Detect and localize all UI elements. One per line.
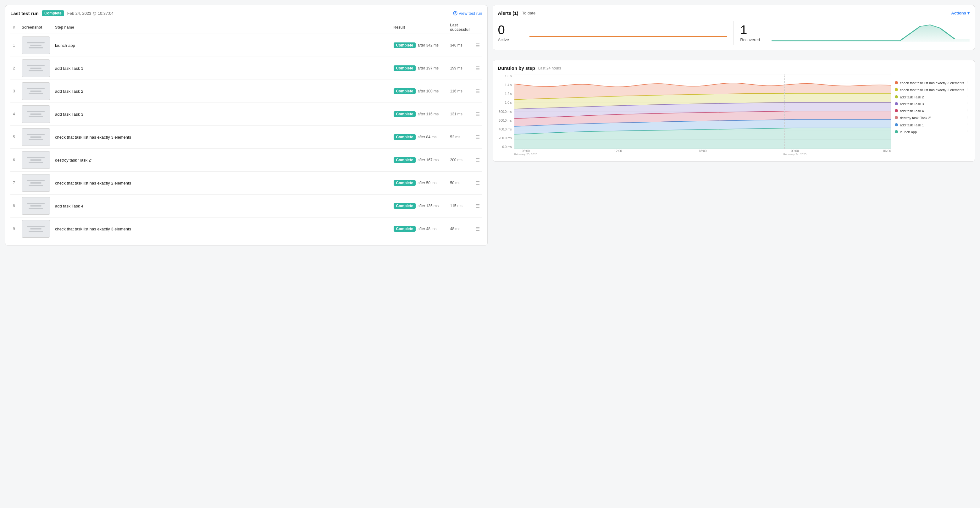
panel-title: Last test run	[10, 11, 39, 16]
log-icon[interactable]: ☰	[476, 135, 480, 140]
active-metric: 0 Active	[498, 21, 530, 44]
step-result: Complete after 116 ms	[391, 103, 448, 126]
log-icon[interactable]: ☰	[476, 226, 480, 232]
log-icon[interactable]: ☰	[476, 181, 480, 186]
table-row: 3 add task Task 2 Complete after 100 ms …	[10, 80, 482, 103]
step-num: 7	[10, 171, 19, 195]
last-successful: 52 ms	[448, 126, 473, 149]
step-screenshot[interactable]	[19, 34, 52, 57]
legend-item: add task Task 2 ⋮	[895, 95, 970, 99]
legend-more-icon[interactable]: ⋮	[966, 81, 970, 85]
screenshot-thumb[interactable]	[22, 174, 50, 192]
recovered-count: 1	[740, 24, 765, 36]
duration-header: Duration by step Last 24 hours	[498, 65, 970, 71]
screenshot-thumb[interactable]	[22, 37, 50, 54]
legend-more-icon[interactable]: ⋮	[966, 116, 970, 120]
legend-dot	[895, 95, 898, 98]
step-screenshot[interactable]	[19, 126, 52, 149]
log-icon[interactable]: ☰	[476, 111, 480, 117]
step-name: destroy task 'Task 2'	[52, 149, 391, 171]
step-screenshot[interactable]	[19, 171, 52, 195]
table-row: 2 add task Task 1 Complete after 197 ms …	[10, 57, 482, 80]
screenshot-thumb[interactable]	[22, 59, 50, 77]
legend-text: add task Task 1	[900, 123, 924, 127]
screenshot-thumb[interactable]	[22, 83, 50, 100]
legend-item: check that task list has exactly 2 eleme…	[895, 88, 970, 92]
x-axis: 06:00 February 23, 2023 12:00 18:00 00:0…	[514, 149, 891, 156]
view-test-run-link[interactable]: View test run	[453, 11, 482, 16]
log-icon[interactable]: ☰	[476, 66, 480, 71]
legend-item: add task Task 1 ⋮	[895, 123, 970, 127]
legend-more-icon[interactable]: ⋮	[966, 130, 970, 134]
log-icon-cell[interactable]: ☰	[473, 217, 482, 240]
legend-text: add task Task 2	[900, 95, 924, 99]
log-icon-cell[interactable]: ☰	[473, 103, 482, 126]
screenshot-thumb[interactable]	[22, 220, 50, 238]
legend-more-icon[interactable]: ⋮	[966, 95, 970, 99]
step-screenshot[interactable]	[19, 103, 52, 126]
status-badge: Complete	[42, 10, 64, 16]
log-icon-cell[interactable]: ☰	[473, 195, 482, 217]
log-icon[interactable]: ☰	[476, 157, 480, 163]
active-count: 0	[498, 24, 523, 36]
last-successful: 116 ms	[448, 80, 473, 103]
step-screenshot[interactable]	[19, 57, 52, 80]
step-screenshot[interactable]	[19, 195, 52, 217]
table-row: 1 launch app Complete after 342 ms 346 m…	[10, 34, 482, 57]
log-icon-cell[interactable]: ☰	[473, 34, 482, 57]
legend-more-icon[interactable]: ⋮	[966, 109, 970, 113]
step-screenshot[interactable]	[19, 217, 52, 240]
last-successful: 48 ms	[448, 217, 473, 240]
legend-more-icon[interactable]: ⋮	[966, 88, 970, 92]
last-successful: 200 ms	[448, 149, 473, 171]
step-screenshot[interactable]	[19, 80, 52, 103]
step-num: 2	[10, 57, 19, 80]
run-header: Last test run Complete Feb 24, 2023 @ 10…	[10, 10, 482, 16]
after-time: after 135 ms	[418, 204, 439, 208]
table-row: 5 check that task list has exactly 3 ele…	[10, 126, 482, 149]
step-result: Complete after 342 ms	[391, 34, 448, 57]
result-badge: Complete	[394, 65, 416, 71]
chart-container: 1.6 s 1.4 s 1.2 s 1.0 s 800.0 ms 600.0 m…	[498, 75, 970, 156]
result-badge: Complete	[394, 226, 416, 232]
step-screenshot[interactable]	[19, 149, 52, 171]
actions-button[interactable]: Actions ▾	[951, 11, 970, 16]
duration-subtitle: Last 24 hours	[538, 66, 561, 70]
screenshot-thumb[interactable]	[22, 105, 50, 123]
log-icon-cell[interactable]: ☰	[473, 149, 482, 171]
screenshot-thumb[interactable]	[22, 128, 50, 146]
log-icon-cell[interactable]: ☰	[473, 57, 482, 80]
legend-item: add task Task 3 ⋮	[895, 102, 970, 106]
screenshot-thumb[interactable]	[22, 151, 50, 169]
alerts-title: Alerts (1)	[498, 10, 519, 16]
step-num: 1	[10, 34, 19, 57]
screenshot-thumb[interactable]	[22, 197, 50, 215]
log-icon[interactable]: ☰	[476, 203, 480, 209]
legend-more-icon[interactable]: ⋮	[966, 102, 970, 106]
chart-svg-container	[514, 75, 891, 149]
log-icon-cell[interactable]: ☰	[473, 80, 482, 103]
result-badge: Complete	[394, 157, 416, 163]
log-icon-cell[interactable]: ☰	[473, 171, 482, 195]
log-icon[interactable]: ☰	[476, 43, 480, 48]
legend-more-icon[interactable]: ⋮	[966, 123, 970, 127]
metrics-divider	[733, 21, 734, 44]
after-time: after 84 ms	[418, 135, 436, 139]
log-icon-cell[interactable]: ☰	[473, 126, 482, 149]
result-badge: Complete	[394, 203, 416, 209]
log-icon[interactable]: ☰	[476, 89, 480, 94]
step-result: Complete after 84 ms	[391, 126, 448, 149]
legend-text: destroy task 'Task 2'	[900, 116, 931, 120]
after-time: after 50 ms	[418, 181, 436, 185]
step-name: check that task list has exactly 2 eleme…	[52, 171, 391, 195]
step-name: add task Task 3	[52, 103, 391, 126]
x-label: 12:00	[614, 149, 622, 156]
legend-text: add task Task 3	[900, 102, 924, 106]
active-chart	[530, 21, 727, 44]
after-time: after 197 ms	[418, 66, 439, 70]
table-row: 8 add task Task 4 Complete after 135 ms …	[10, 195, 482, 217]
last-successful: 50 ms	[448, 171, 473, 195]
legend-dot	[895, 123, 898, 126]
legend-dot	[895, 130, 898, 133]
step-name: check that task list has exactly 3 eleme…	[52, 126, 391, 149]
